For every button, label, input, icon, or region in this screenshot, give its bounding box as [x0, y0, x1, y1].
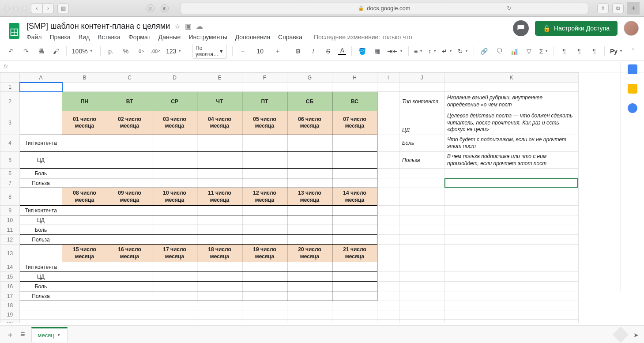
row-header[interactable]: 4: [0, 135, 20, 151]
cell[interactable]: [152, 206, 197, 215]
day-header[interactable]: ВС: [332, 92, 377, 111]
fill-color-button[interactable]: 🪣: [357, 45, 367, 57]
cell[interactable]: [242, 282, 287, 291]
sidebar-toggle-button[interactable]: ▥: [57, 4, 69, 13]
cell[interactable]: [197, 310, 242, 320]
cell[interactable]: [287, 272, 332, 282]
cell[interactable]: [62, 206, 107, 215]
row-header[interactable]: 14: [0, 262, 20, 272]
cell[interactable]: [62, 235, 107, 245]
date-cell[interactable]: 15 число месяца: [62, 245, 107, 262]
cell[interactable]: [242, 235, 287, 245]
bold-button[interactable]: B: [293, 45, 303, 57]
date-cell[interactable]: 12 число месяца: [242, 188, 287, 206]
cell[interactable]: [399, 83, 444, 92]
row-header[interactable]: 17: [0, 291, 20, 301]
cell[interactable]: [242, 301, 287, 310]
cell[interactable]: [107, 151, 152, 168]
cell[interactable]: [377, 282, 399, 291]
date-cell[interactable]: 20 число месяца: [287, 245, 332, 262]
cell[interactable]: [62, 320, 107, 323]
cell[interactable]: [377, 291, 399, 301]
cell[interactable]: [377, 320, 399, 323]
cell[interactable]: [242, 320, 287, 323]
cell[interactable]: [287, 282, 332, 291]
cell[interactable]: [377, 92, 399, 111]
cell[interactable]: [152, 272, 197, 282]
paint-format-button[interactable]: 🖌: [51, 45, 61, 57]
cell[interactable]: [242, 206, 287, 215]
row-header[interactable]: 9: [0, 206, 20, 215]
day-header[interactable]: ЧТ: [197, 92, 242, 111]
tracking-icon[interactable]: ◐: [161, 4, 169, 12]
menu-view[interactable]: Вид: [79, 34, 90, 41]
cell[interactable]: [197, 225, 242, 235]
col-header[interactable]: C: [107, 73, 152, 83]
insert-comment-button[interactable]: 🗨: [494, 45, 504, 57]
cell[interactable]: [62, 83, 107, 92]
insert-chart-button[interactable]: 📊: [509, 45, 519, 57]
cell[interactable]: [377, 215, 399, 225]
row-header[interactable]: 13: [0, 245, 20, 262]
text-color-button[interactable]: A: [338, 47, 346, 55]
cell[interactable]: [242, 310, 287, 320]
cell[interactable]: [444, 301, 579, 310]
cell[interactable]: [287, 262, 332, 272]
cell[interactable]: [197, 282, 242, 291]
sheet-tab-active[interactable]: месяц ▼: [31, 327, 68, 342]
row-label[interactable]: ЦД: [20, 272, 62, 282]
cell[interactable]: [107, 272, 152, 282]
cell[interactable]: [152, 169, 197, 178]
row-label[interactable]: ЦД: [20, 151, 62, 168]
chevron-down-icon[interactable]: ▼: [57, 333, 61, 337]
cell[interactable]: [152, 310, 197, 320]
row-header[interactable]: 8: [0, 188, 20, 206]
cell[interactable]: [20, 83, 62, 92]
cell[interactable]: [399, 301, 444, 310]
col-header[interactable]: J: [399, 73, 444, 83]
script-dropdown[interactable]: Py▼: [610, 48, 623, 55]
formula-bar[interactable]: fx: [0, 61, 644, 72]
format-percent-button[interactable]: %: [121, 45, 131, 57]
cell[interactable]: [242, 272, 287, 282]
day-header[interactable]: СБ: [287, 92, 332, 111]
cell[interactable]: [242, 262, 287, 272]
cell[interactable]: [197, 235, 242, 245]
forward-button[interactable]: ›: [42, 4, 54, 13]
date-cell[interactable]: 10 число месяца: [152, 188, 197, 206]
glossary-label[interactable]: Тип контента: [399, 92, 444, 111]
cell[interactable]: [399, 178, 444, 188]
collapse-toolbar-button[interactable]: ˆ: [628, 45, 638, 57]
cell[interactable]: [287, 169, 332, 178]
all-sheets-button[interactable]: ≡: [20, 330, 25, 339]
cell[interactable]: [62, 135, 107, 151]
cell[interactable]: [242, 291, 287, 301]
cell[interactable]: [152, 178, 197, 188]
account-avatar[interactable]: [624, 21, 639, 36]
more-formats-dropdown[interactable]: 123▼: [166, 48, 181, 55]
strikethrough-button[interactable]: S: [323, 45, 333, 57]
cell[interactable]: [152, 225, 197, 235]
row-label[interactable]: Польза: [20, 178, 62, 188]
cell[interactable]: [332, 272, 377, 282]
undo-button[interactable]: ↶: [6, 45, 16, 57]
cell[interactable]: [287, 320, 332, 323]
cell[interactable]: [287, 178, 332, 188]
row-label[interactable]: Тип контента: [20, 206, 62, 215]
cell[interactable]: [444, 83, 579, 92]
cell[interactable]: [377, 83, 399, 92]
cell[interactable]: [197, 262, 242, 272]
cell[interactable]: [287, 291, 332, 301]
cell[interactable]: [377, 178, 399, 188]
menu-format[interactable]: Формат: [128, 34, 151, 41]
cell[interactable]: [107, 301, 152, 310]
cell[interactable]: [332, 225, 377, 235]
row-header[interactable]: 20: [0, 320, 20, 323]
cell[interactable]: [332, 178, 377, 188]
glossary-label[interactable]: Боль: [399, 135, 444, 151]
cell[interactable]: [332, 282, 377, 291]
select-all-cell[interactable]: [0, 73, 20, 83]
menu-tools[interactable]: Инструменты: [188, 34, 227, 41]
cell[interactable]: [107, 310, 152, 320]
col-header[interactable]: K: [444, 73, 579, 83]
